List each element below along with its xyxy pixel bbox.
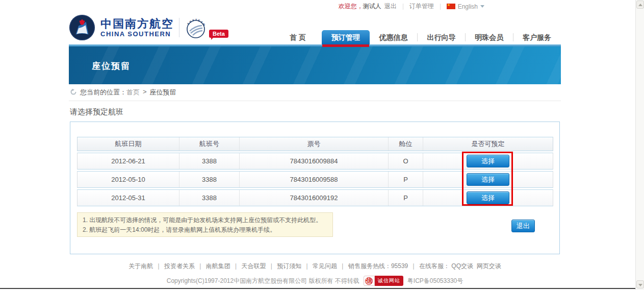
china-flag-icon: ★: [447, 4, 455, 9]
sales-hotline: 销售服务热线：95539: [348, 262, 408, 270]
cell-flight-date: 2012-05-31: [78, 190, 179, 206]
breadcrumb-label: 您当前的位置：: [80, 88, 126, 97]
breadcrumb-separator: >: [143, 88, 147, 95]
flight-selection-panel: 航班日期 航班号 票号 舱位 是否可预定 2012-06-21 3388 784…: [70, 122, 560, 254]
note-line-1: 1. 出现航段不可选择的情况，可能是由于始发机场未支持网上座位预留或不支持此机型…: [83, 215, 327, 225]
cell-cabin-class: P: [389, 190, 423, 206]
qq-chat-link[interactable]: QQ交谈: [451, 262, 473, 270]
chevron-down-icon: [480, 5, 484, 8]
footer-separator: ｜: [340, 262, 346, 270]
footer-separator: ｜: [304, 262, 310, 270]
select-flight-button[interactable]: 选择: [467, 155, 509, 167]
main-nav: 首 页 预订管理 优惠信息 出行向导 明珠会员 客户服务: [274, 30, 561, 44]
flag-star: ★: [447, 2, 450, 8]
footer-separator: ｜: [156, 262, 162, 270]
table-row: 2012-05-31 3388 7843016009192 P 选择: [77, 189, 553, 206]
web-chat-link[interactable]: 网页交谈: [477, 262, 501, 270]
select-flight-button[interactable]: 选择: [467, 173, 509, 186]
header-ticket-number: 票号: [240, 137, 389, 151]
breadcrumb-home-link[interactable]: 首页: [126, 88, 140, 97]
select-flight-button[interactable]: 选择: [467, 191, 509, 204]
tab-travel-guide[interactable]: 出行向导: [417, 30, 465, 44]
divider: [440, 4, 441, 10]
airline-name-cn: 中国南方航空: [100, 18, 174, 30]
seat-reservation-page: 欢迎您， 测试人 退出 订单管理 ★ English 中: [0, 0, 644, 290]
flight-table: 航班日期 航班号 票号 舱位 是否可预定 2012-06-21 3388 784…: [77, 137, 553, 208]
footer-link-investor-relations[interactable]: 投资者关系: [164, 262, 195, 270]
airline-logo-text: 中国南方航空 CHINA SOUTHERN: [100, 18, 174, 38]
copyright-text: Copyrights(C)1997-2012中国南方航空股份有限公司 版权所有 …: [167, 277, 359, 285]
trusted-site-badge-label: 诚信网站: [375, 276, 403, 286]
scroll-down-button[interactable]: [636, 280, 644, 288]
badge-character: 信: [365, 277, 373, 285]
header-flight-date: 航班日期: [78, 137, 179, 151]
nav-underline: [69, 44, 561, 46]
airline-logo[interactable]: 中国南方航空 CHINA SOUTHERN SKYTEAM Beta: [69, 14, 228, 41]
trusted-site-badge-icon: 信: [364, 276, 375, 286]
footer-link-faq[interactable]: 常见问题: [313, 262, 337, 270]
order-management-link[interactable]: 订单管理: [409, 2, 434, 11]
chevron-up-icon: [638, 4, 642, 6]
divider: [179, 18, 179, 37]
airline-logo-icon: [69, 14, 95, 41]
cell-cabin-class: O: [389, 153, 423, 169]
cell-action: 选择: [423, 190, 553, 206]
footer-separator: ｜: [269, 262, 275, 270]
skyteam-logo-icon: SKYTEAM: [185, 16, 207, 39]
footer-links: 关于南航｜投资者关系｜南航集团｜天合联盟｜预订须知｜常见问题｜销售服务热线：95…: [69, 262, 561, 271]
footer-link-booking-notice[interactable]: 预订须知: [277, 262, 301, 270]
vertical-scrollbar[interactable]: [635, 0, 644, 290]
footer-copyright-row: Copyrights(C)1997-2012中国南方航空股份有限公司 版权所有 …: [69, 276, 561, 286]
footer-separator: ｜: [197, 262, 203, 270]
header-flight-number: 航班号: [179, 137, 240, 151]
footer-separator: ｜: [233, 262, 239, 270]
welcome-text: 欢迎您，: [339, 2, 363, 11]
airline-name-en: CHINA SOUTHERN: [100, 30, 174, 38]
beta-badge: Beta: [209, 30, 228, 38]
svg-text:SKYTEAM: SKYTEAM: [187, 18, 206, 27]
tab-booking-management[interactable]: 预订管理: [322, 30, 370, 44]
divider: [403, 4, 403, 10]
table-header-row: 航班日期 航班号 票号 舱位 是否可预定: [77, 137, 553, 151]
cell-action: 选择: [423, 172, 553, 187]
tab-promotions[interactable]: 优惠信息: [370, 30, 418, 44]
table-row: 2012-06-21 3388 7843016009884 O 选择: [77, 153, 553, 170]
icp-license: 粤ICP备05053330号: [407, 277, 463, 285]
cell-ticket-number: 7843016009192: [240, 190, 389, 206]
cell-action: 选择: [423, 153, 553, 169]
exit-button[interactable]: 退出: [511, 220, 535, 232]
cell-flight-number: 3388: [179, 190, 240, 206]
username: 测试人: [363, 2, 381, 11]
logout-link[interactable]: 退出: [384, 2, 397, 11]
cell-ticket-number: 7843016009884: [240, 153, 389, 169]
table-row: 2012-05-10 3388 7843016009588 P 选择: [77, 171, 553, 188]
cell-flight-number: 3388: [179, 153, 240, 169]
language-selector[interactable]: ★ English: [447, 3, 484, 10]
window-bottom-edge: [0, 288, 635, 289]
cell-cabin-class: P: [389, 172, 423, 187]
section-title: 请选择预定航班: [70, 107, 123, 117]
cell-flight-date: 2012-06-21: [78, 153, 179, 169]
chevron-down-icon: [638, 284, 642, 286]
location-arrow-icon: [70, 88, 77, 95]
online-service-label: 在线客服：: [419, 262, 450, 270]
tab-customer-service[interactable]: 客户服务: [513, 30, 561, 44]
trusted-site-badge[interactable]: 信 诚信网站: [364, 276, 403, 286]
footer-link-csair-group[interactable]: 南航集团: [206, 262, 230, 270]
page-banner: 座位预留: [69, 46, 561, 84]
breadcrumb: 您当前的位置： 首页 > 座位预留: [69, 88, 561, 101]
footer-separator: ｜: [410, 262, 417, 270]
tab-sky-pearl-member[interactable]: 明珠会员: [465, 30, 513, 44]
cell-flight-date: 2012-05-10: [78, 172, 179, 187]
tab-home[interactable]: 首 页: [274, 30, 322, 44]
footer-link-skyteam-alliance[interactable]: 天合联盟: [242, 262, 266, 270]
cell-flight-number: 3388: [179, 172, 240, 187]
header-bookable: 是否可预定: [423, 137, 553, 151]
footer-link-about[interactable]: 关于南航: [128, 262, 153, 270]
cell-ticket-number: 7843016009588: [240, 172, 389, 187]
language-label: English: [458, 3, 478, 10]
header-cabin-class: 舱位: [389, 137, 423, 151]
notes-box: 1. 出现航段不可选择的情况，可能是由于始发机场未支持网上座位预留或不支持此机型…: [77, 212, 333, 237]
scroll-up-button[interactable]: [636, 1, 644, 9]
note-line-2: 2. 航班起飞前一天14:00时起，请登录南航网上值机系统办理乘机手续。: [83, 225, 327, 235]
